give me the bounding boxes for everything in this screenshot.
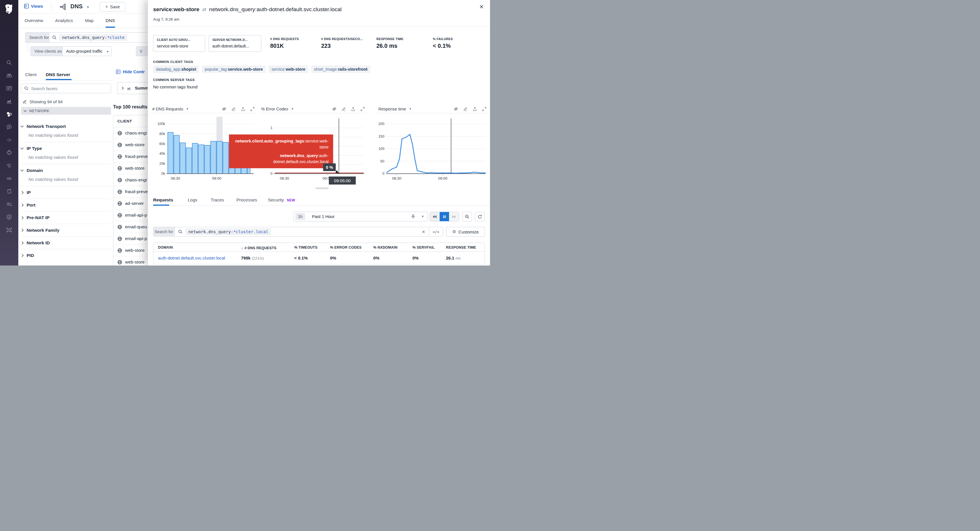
logs-lines-icon[interactable] xyxy=(0,159,18,172)
tag-pill-popular_tag[interactable]: popular_tag:service.web-store xyxy=(202,65,266,73)
tag-pill-service[interactable]: service:web-store xyxy=(269,65,308,73)
panel-tab-processes[interactable]: Processes xyxy=(236,197,257,203)
showing-count[interactable]: Showing 94 of 94 xyxy=(22,99,63,104)
common-server-tags-label: COMMON SERVER TAGS xyxy=(153,78,195,81)
security-shield-icon[interactable] xyxy=(0,211,18,223)
datadog-logo-icon[interactable] xyxy=(3,3,15,16)
facet-network-id[interactable]: Network ID xyxy=(21,237,111,249)
service-map-globe-icon[interactable] xyxy=(0,223,18,236)
close-icon[interactable]: × xyxy=(479,3,484,10)
facet-pre-nat-ip[interactable]: Pre-NAT IP xyxy=(21,211,111,224)
hide-controls-link[interactable]: Hide Contr xyxy=(116,69,145,74)
hide-graph-icon[interactable] xyxy=(453,107,458,111)
facet-search-input[interactable]: Search facets xyxy=(21,84,111,93)
hide-graph-icon[interactable] xyxy=(222,107,226,111)
panel-tab-logs[interactable]: Logs xyxy=(188,197,197,203)
tag-pill-short_image[interactable]: short_image:rails-storefront xyxy=(311,65,371,73)
svg-text:200: 200 xyxy=(379,122,384,126)
fullscreen-icon[interactable] xyxy=(250,107,255,111)
refresh-button[interactable] xyxy=(475,212,485,221)
metrics-chart-icon[interactable] xyxy=(0,95,18,108)
column-header--timeouts[interactable]: % TIMEOUTS xyxy=(294,245,317,250)
globe-icon xyxy=(117,260,122,265)
export-icon[interactable] xyxy=(351,107,355,111)
tab-dns[interactable]: DNS xyxy=(106,13,115,28)
apm-target-icon[interactable] xyxy=(0,121,18,134)
column-header--nxdomain[interactable]: % NXDOMAIN xyxy=(373,245,398,250)
export-icon[interactable] xyxy=(473,107,477,111)
facet-ip-type[interactable]: IP TypeNo matching values found xyxy=(21,142,111,164)
facet-tab-dns-server[interactable]: DNS Server xyxy=(46,72,70,77)
svg-text:50: 50 xyxy=(380,159,384,163)
watchdog-binoculars-icon[interactable] xyxy=(0,69,18,82)
dashboards-list-icon[interactable] xyxy=(0,82,18,95)
time-range-selector[interactable]: 1h Past 1 Hour ▾ xyxy=(293,212,428,221)
integrations-puzzle-icon[interactable] xyxy=(0,146,18,159)
table-row[interactable]: auth-dotnet.default.svc.cluster.local798… xyxy=(153,252,485,264)
column-header-domain[interactable]: DOMAIN xyxy=(158,245,173,250)
domain-link[interactable]: auth-dotnet.default.svc.cluster.local xyxy=(158,256,225,260)
tag-pill-datadog_app[interactable]: datadog_app:shopist xyxy=(153,65,199,73)
pause-button[interactable] xyxy=(440,212,449,221)
crosshair-value-badge: 0 % xyxy=(323,163,336,171)
zoom-out-icon xyxy=(465,214,470,219)
tab-analytics[interactable]: Analytics xyxy=(55,13,73,28)
clear-search-icon[interactable]: × xyxy=(418,229,429,235)
log-search-icon[interactable] xyxy=(0,198,18,211)
facet-network-transport[interactable]: Network TransportNo matching values foun… xyxy=(21,120,111,142)
code-view-icon[interactable]: </> xyxy=(430,230,443,234)
svg-text:08:30: 08:30 xyxy=(280,176,290,181)
customize-button[interactable]: ⚙Customize xyxy=(446,227,485,237)
time-range-chip[interactable]: 1h xyxy=(295,213,305,220)
svg-text:08:30: 08:30 xyxy=(392,176,402,181)
chevron-down-icon[interactable]: ▾ xyxy=(410,107,411,111)
ci-links-icon[interactable] xyxy=(0,172,18,185)
panel-resize-handle[interactable] xyxy=(315,188,329,189)
panel-tab-traces[interactable]: Traces xyxy=(211,197,224,203)
edit-pencil-icon[interactable] xyxy=(463,107,468,111)
gauge-icon[interactable] xyxy=(0,134,18,146)
facet-tab-client[interactable]: Client xyxy=(25,72,37,77)
chevron-down-icon[interactable]: ▾ xyxy=(292,107,293,111)
column-header--servfail[interactable]: % SERVFAIL xyxy=(412,245,434,250)
client-auto-group-card[interactable]: CLIENT AUTO GROU...service:web-store xyxy=(153,35,205,52)
domain-results-table: DOMAIN↓# DNS REQUESTS% TIMEOUTS% ERROR C… xyxy=(153,243,485,264)
export-icon[interactable] xyxy=(241,107,245,111)
fast-forward-button[interactable] xyxy=(449,212,459,221)
network-hexagons-icon[interactable] xyxy=(0,108,18,121)
server-card[interactable]: SERVER NETWORK.D...auth-dotnet.default..… xyxy=(208,35,261,52)
pin-icon[interactable] xyxy=(411,214,415,219)
tab-map[interactable]: Map xyxy=(85,13,94,28)
fullscreen-icon[interactable] xyxy=(482,107,487,111)
column-header--error-codes[interactable]: % ERROR CODES xyxy=(330,245,361,250)
search-icon[interactable] xyxy=(0,56,18,69)
panel-search-bar[interactable]: Search for network.dns_query:*cluster.lo… xyxy=(153,227,443,237)
view-clients-as-select[interactable]: Auto-grouped traffic▾ xyxy=(62,46,111,56)
notebook-icon[interactable] xyxy=(0,185,18,198)
hide-graph-icon[interactable] xyxy=(332,107,337,111)
panel-tab-requests[interactable]: Requests xyxy=(153,197,173,203)
page-title[interactable]: DNS xyxy=(70,3,83,10)
facet-group-network[interactable]: NETWORK xyxy=(21,107,111,115)
facet-domain[interactable]: DomainNo matching values found xyxy=(21,164,111,186)
edit-pencil-icon[interactable] xyxy=(231,107,236,111)
fullscreen-icon[interactable] xyxy=(360,107,365,111)
column-header-response-time[interactable]: RESPONSE TIME xyxy=(446,245,476,250)
save-button[interactable]: +Save xyxy=(100,2,126,11)
panel-tab-security[interactable]: SecurityNEW xyxy=(268,197,295,203)
gear-icon: ⚙ xyxy=(452,229,456,234)
facet-ip[interactable]: IP xyxy=(21,186,111,199)
tab-overview[interactable]: Overview xyxy=(25,13,43,28)
chevron-down-icon[interactable]: ▾ xyxy=(422,214,423,218)
facet-pid[interactable]: PID xyxy=(21,249,111,261)
page-title-caret-icon[interactable]: ▾ xyxy=(87,5,89,9)
rewind-button[interactable] xyxy=(430,212,440,221)
column-header--dns-requests[interactable]: ↓# DNS REQUESTS xyxy=(241,245,277,250)
zoom-out-button[interactable] xyxy=(462,212,472,221)
chevron-down-icon[interactable]: ▾ xyxy=(187,107,188,111)
views-button[interactable]: Views xyxy=(24,4,43,9)
facet-port[interactable]: Port xyxy=(21,199,111,211)
edit-pencil-icon[interactable] xyxy=(342,107,346,111)
search-for-label: Search for xyxy=(153,227,175,236)
facet-network-family[interactable]: Network Family xyxy=(21,224,111,237)
